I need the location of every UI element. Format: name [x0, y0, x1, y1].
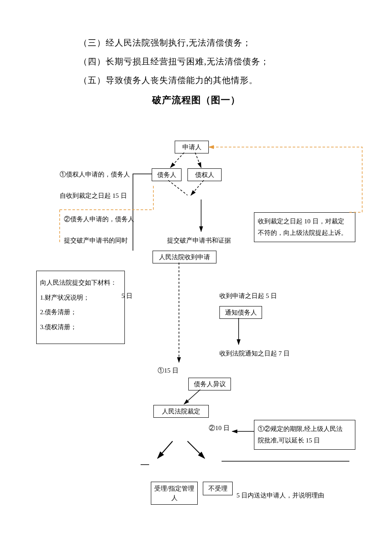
svg-line-0	[170, 153, 184, 168]
svg-line-2	[168, 180, 187, 195]
svg-line-8	[184, 390, 200, 404]
flow-diagram: 申请人 债务人 债权人 人民法院收到申请 通知债务人 债务人异议 人民法院裁定 …	[0, 0, 392, 555]
diagram-lines	[0, 0, 392, 555]
svg-line-10	[187, 441, 205, 458]
svg-line-9	[158, 441, 173, 458]
svg-line-5	[133, 251, 153, 256]
svg-line-3	[191, 180, 204, 195]
svg-line-1	[195, 153, 201, 168]
